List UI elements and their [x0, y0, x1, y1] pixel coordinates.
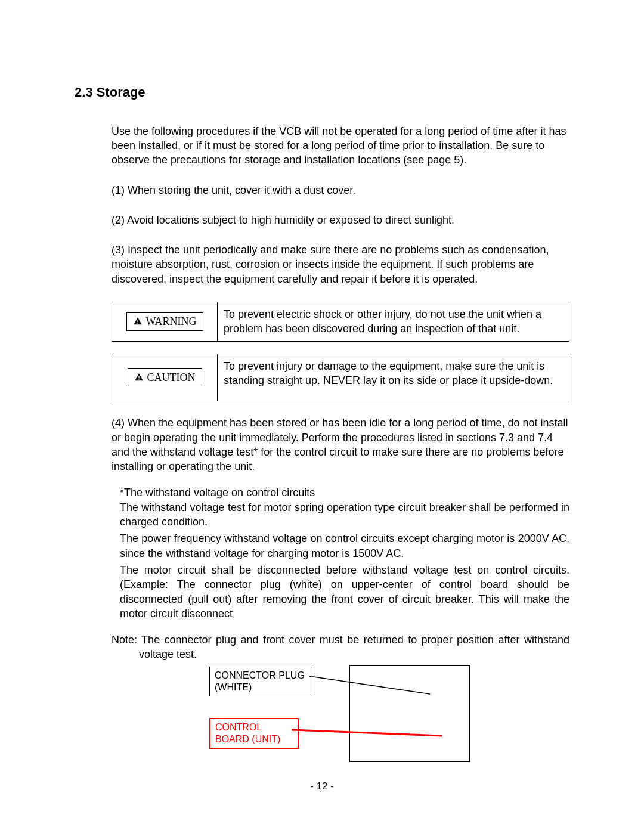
warning-label-text: WARNING [146, 314, 197, 329]
caution-text-cell: To prevent injury or damage to the equip… [217, 354, 569, 401]
section-heading: 2.3 Storage [75, 83, 569, 101]
note-body-1: The withstand voltage test for motor spr… [120, 500, 569, 529]
paragraph-1: (1) When storing the unit, cover it with… [112, 183, 569, 197]
paragraph-4: (4) When the equipment has been stored o… [112, 416, 569, 473]
warning-callout: WARNING To prevent electric shock or oth… [112, 302, 569, 342]
diagram: CONNECTOR PLUG (WHITE) CONTROL BOARD (UN… [203, 665, 478, 767]
diagram-connector-plug-text: CONNECTOR PLUG (WHITE) [215, 670, 305, 692]
note-body-3: The motor circuit shall be disconnected … [120, 563, 569, 621]
svg-rect-1 [137, 323, 138, 324]
caution-label-box: CAUTION [128, 368, 202, 386]
diagram-wrap: CONNECTOR PLUG (WHITE) CONTROL BOARD (UN… [112, 665, 569, 767]
warning-text-cell: To prevent electric shock or other injur… [217, 302, 569, 341]
paragraph-3: (3) Inspect the unit periodically and ma… [112, 243, 569, 286]
warning-triangle-icon [133, 317, 143, 326]
caution-callout: CAUTION To prevent injury or damage to t… [112, 354, 569, 402]
paragraph-2: (2) Avoid locations subject to high humi… [112, 213, 569, 227]
warning-label-box: WARNING [126, 312, 203, 330]
svg-rect-3 [138, 379, 139, 379]
warning-text: To prevent electric shock or other injur… [224, 307, 563, 336]
diagram-control-board-text: CONTROL BOARD (UNIT) [215, 722, 280, 744]
diagram-unit-rect [349, 665, 470, 762]
diagram-connector-plug-label: CONNECTOR PLUG (WHITE) [209, 667, 312, 696]
withstand-note-block: *The withstand voltage on control circui… [112, 485, 569, 621]
page-number: - 12 - [75, 780, 569, 794]
document-page: 2.3 Storage Use the following procedures… [0, 0, 644, 833]
note-title: *The withstand voltage on control circui… [120, 485, 569, 500]
svg-rect-2 [138, 376, 139, 378]
svg-rect-0 [137, 320, 138, 323]
caution-triangle-icon [134, 373, 144, 382]
note-body-2: The power frequency withstand voltage on… [120, 531, 569, 561]
caution-text: To prevent injury or damage to the equip… [224, 359, 563, 388]
warning-label-cell: WARNING [112, 302, 217, 341]
diagram-control-board-label: CONTROL BOARD (UNIT) [209, 718, 299, 749]
note-final: Note: The connector plug and front cover… [112, 633, 569, 662]
intro-paragraph: Use the following procedures if the VCB … [112, 124, 569, 168]
caution-label-text: CAUTION [147, 370, 196, 385]
body-block: Use the following procedures if the VCB … [75, 124, 569, 767]
caution-label-cell: CAUTION [112, 354, 217, 401]
